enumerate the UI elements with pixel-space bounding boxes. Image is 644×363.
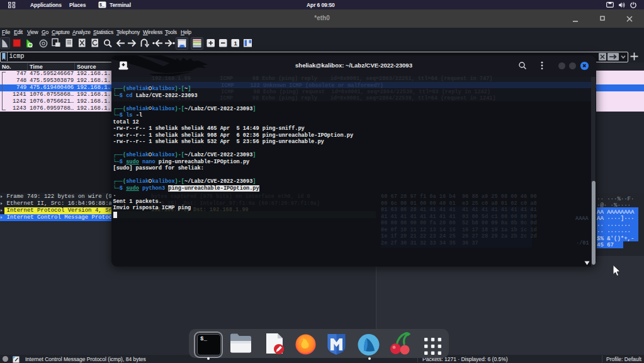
svg-text:1: 1 <box>234 40 237 47</box>
svg-text:$_: $_ <box>99 3 105 8</box>
